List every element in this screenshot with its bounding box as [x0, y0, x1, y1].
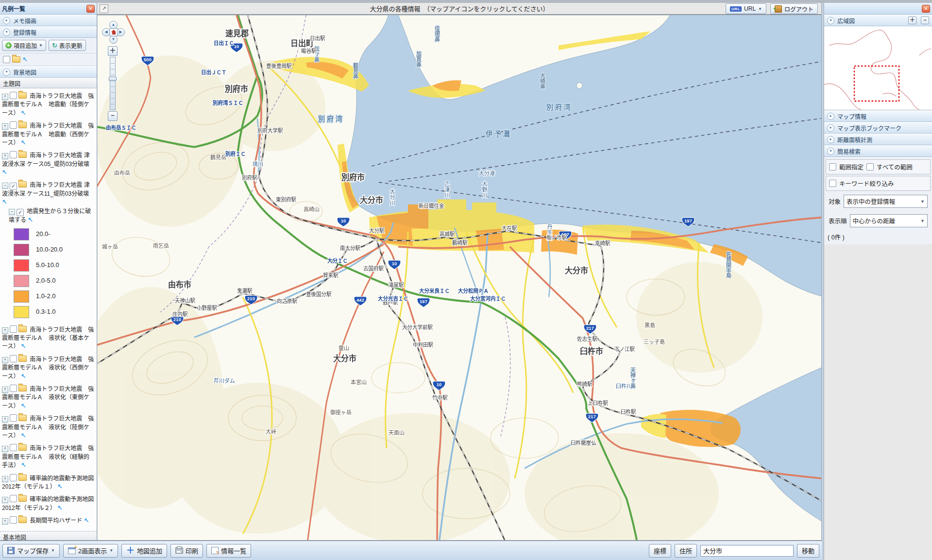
overview-zoom-out-button[interactable]: − [921, 17, 929, 24]
layer-checkbox[interactable] [10, 444, 17, 451]
layer-expander[interactable]: + [2, 94, 8, 100]
layer-expander[interactable]: + [2, 476, 8, 482]
registration-toolbar: + 項目追加 ▼ ↻ 表示更新 [0, 38, 97, 53]
layer-expander[interactable]: + [2, 123, 8, 130]
layer-list: + 南海トラフ巨大地震 強震断層モデルＡ 地震動（陸側ケース） ↖+ 南海トラフ… [0, 88, 97, 530]
zoom-to-layer-icon[interactable]: ↖ [21, 432, 26, 439]
layer-checkbox[interactable]: ✓ [10, 183, 17, 190]
location-search-input[interactable] [700, 545, 794, 557]
add-map-button[interactable]: ＋ 地図追加 [121, 544, 167, 558]
svg-text:197: 197 [420, 298, 427, 304]
print-button[interactable]: 印刷 [170, 544, 203, 558]
all-range-checkbox[interactable] [866, 163, 874, 170]
layer-item: + 確率論的地震動予測地図2012年（モデル１） ↖ [1, 472, 96, 493]
layer-expander[interactable]: − [9, 209, 15, 215]
order-select[interactable]: 中心からの距離 ▼ [850, 214, 928, 227]
map-label: 天面山 [389, 430, 405, 436]
caret-down-icon: ▼ [109, 548, 113, 553]
map-save-button[interactable]: マップ保存 ▼ [2, 544, 60, 558]
zoom-out-button[interactable]: − [108, 111, 118, 121]
map-label: 乙津川 [444, 181, 450, 198]
layer-expander[interactable]: + [2, 387, 8, 393]
overview-map[interactable] [824, 26, 932, 110]
coordinate-button[interactable]: 座標 [649, 544, 671, 558]
map-label: 城ヶ岳 [102, 244, 118, 250]
zoom-to-icon[interactable]: ↖ [22, 56, 28, 63]
section-measure[interactable]: ▸ 距離面積計測 [824, 134, 932, 145]
overview-viewport-rect[interactable] [854, 66, 899, 101]
zoom-to-layer-icon[interactable]: ↖ [21, 342, 26, 350]
svg-text:210: 210 [247, 296, 255, 301]
layer-checkbox[interactable] [10, 92, 17, 99]
zoom-slider-handle[interactable] [109, 77, 117, 81]
layer-expander[interactable]: + [2, 497, 8, 503]
zoom-to-layer-icon[interactable]: ↖ [2, 169, 7, 176]
layer-expander[interactable]: + [2, 153, 8, 159]
caret-down-icon: ▼ [39, 43, 43, 48]
section-background-map[interactable]: ▾ 背景地図 [0, 66, 97, 78]
zoom-to-layer-icon[interactable]: ↖ [28, 216, 33, 223]
zoom-slider[interactable] [110, 57, 116, 110]
zoom-to-layer-icon[interactable]: ↖ [21, 402, 26, 409]
map-label: 熊崎駅 [577, 381, 593, 387]
legend-panel-title: 凡例一覧 [2, 4, 25, 13]
layer-expander[interactable]: + [2, 518, 8, 525]
two-screen-button[interactable]: 2画面表示 ▼ [63, 544, 118, 558]
info-list-button[interactable]: 情報一覧 [206, 544, 251, 558]
layer-checkbox[interactable]: ✓ [17, 209, 24, 216]
map-label: 日出駅 [310, 35, 325, 41]
zoom-to-layer-icon[interactable]: ↖ [21, 461, 26, 469]
section-memo[interactable]: ▸ メモ描画 [0, 15, 97, 26]
zoom-to-layer-icon[interactable]: ↖ [84, 517, 89, 524]
map-label: 大崎鼻 [540, 73, 545, 89]
layer-expander[interactable]: + [2, 446, 8, 452]
keyword-checkbox[interactable] [829, 180, 836, 187]
section-bookmarks[interactable]: ▸ マップ表示ブックマーク [824, 122, 932, 134]
zoom-to-layer-icon[interactable]: ↖ [57, 504, 63, 511]
right-panel-close-icon[interactable]: ✕ [922, 5, 930, 13]
pan-down-icon[interactable]: ▼ [109, 35, 118, 44]
layer-checkbox[interactable] [10, 495, 17, 502]
refresh-button[interactable]: ↻ 表示更新 [49, 40, 86, 51]
add-item-button[interactable]: + 項目追加 ▼ [2, 40, 46, 51]
island [576, 83, 582, 88]
layer-checkbox[interactable] [10, 516, 17, 524]
svg-text:10: 10 [341, 218, 346, 223]
layer-checkbox[interactable] [10, 325, 17, 333]
section-overview-map[interactable]: ▾ 広域図 ＋ − [824, 15, 932, 26]
zoom-to-layer-icon[interactable]: ↖ [21, 109, 26, 117]
zoom-in-button[interactable]: ＋ [108, 46, 118, 56]
overview-zoom-in-button[interactable]: ＋ [908, 17, 916, 24]
all-range-label: すべての範囲 [877, 162, 913, 171]
address-button[interactable]: 住所 [675, 544, 697, 558]
section-simple-search[interactable]: ▾ 簡易検索 [824, 145, 932, 157]
move-button[interactable]: 移動 [797, 544, 819, 558]
layer-expander[interactable]: − [2, 183, 8, 189]
zoom-to-layer-icon[interactable]: ↖ [21, 373, 26, 380]
layer-expander[interactable]: + [2, 357, 8, 363]
layer-expander[interactable]: + [2, 416, 8, 423]
range-checkbox[interactable] [829, 163, 836, 170]
root-checkbox[interactable] [3, 56, 10, 63]
logout-button[interactable]: ログアウト [770, 3, 818, 14]
layer-checkbox[interactable] [10, 151, 17, 158]
url-button[interactable]: URL URL ▼ [726, 3, 766, 14]
target-select[interactable]: 表示中の登録情報 ▼ [844, 195, 928, 208]
layer-checkbox[interactable] [10, 385, 17, 392]
zoom-to-layer-icon[interactable]: ↖ [57, 483, 63, 490]
section-registration[interactable]: ▾ 登録情報 [0, 26, 97, 38]
zoom-to-layer-icon[interactable]: ↖ [2, 198, 7, 205]
chevron-right-icon: ▸ [827, 113, 834, 120]
layer-expander[interactable]: + [2, 327, 8, 334]
legend-swatch [14, 228, 29, 240]
map-canvas[interactable]: 10101010210210442197197197217217500 速見郡日… [97, 15, 822, 560]
zoom-to-layer-icon[interactable]: ↖ [21, 139, 26, 146]
popout-icon[interactable]: ↗ [100, 4, 108, 13]
section-map-info[interactable]: ▸ マップ情報 [824, 110, 932, 122]
layer-checkbox[interactable] [10, 121, 17, 129]
legend-panel-close-icon[interactable]: ✕ [86, 5, 95, 13]
layer-checkbox[interactable] [10, 355, 17, 362]
layer-checkbox[interactable] [10, 474, 17, 481]
home-icon[interactable] [109, 28, 118, 36]
layer-checkbox[interactable] [10, 414, 17, 422]
